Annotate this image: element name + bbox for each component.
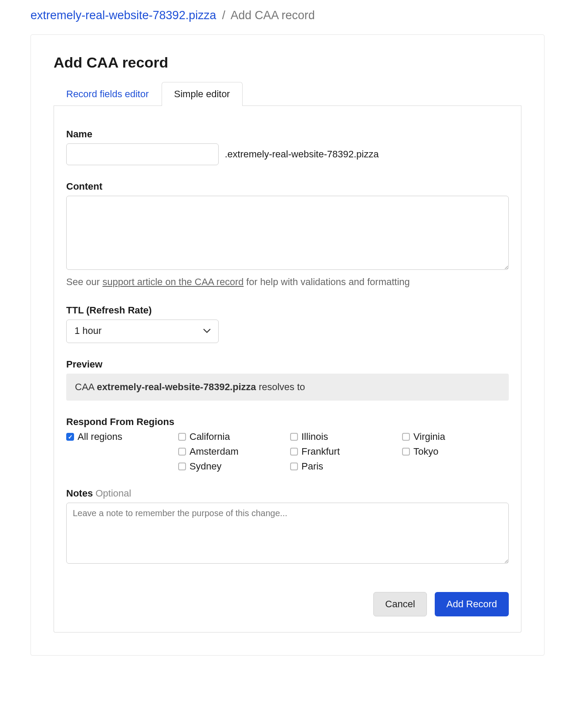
breadcrumb: extremely-real-website-78392.pizza / Add… bbox=[30, 9, 545, 22]
region-item: Tokyo bbox=[402, 446, 509, 457]
editor-tabs: Record fields editor Simple editor bbox=[54, 82, 521, 106]
region-item: All regions bbox=[66, 431, 173, 442]
region-item: California bbox=[178, 431, 285, 442]
region-item: Paris bbox=[290, 461, 397, 472]
form-card: Add CAA record Record fields editor Simp… bbox=[30, 34, 545, 656]
notes-label: Notes Optional bbox=[66, 488, 509, 499]
region-label: Tokyo bbox=[413, 446, 438, 457]
region-item: Illinois bbox=[290, 431, 397, 442]
field-content: Content See our support article on the C… bbox=[66, 181, 509, 289]
field-name: Name .extremely-real-website-78392.pizza bbox=[66, 129, 509, 165]
region-checkbox[interactable] bbox=[178, 433, 186, 441]
tab-record-fields-editor[interactable]: Record fields editor bbox=[54, 82, 162, 106]
region-item: Frankfurt bbox=[290, 446, 397, 457]
content-help-pre: See our bbox=[66, 276, 102, 287]
breadcrumb-current: Add CAA record bbox=[230, 9, 315, 22]
preview-domain: extremely-real-website-78392.pizza bbox=[97, 381, 256, 392]
notes-optional: Optional bbox=[95, 488, 131, 499]
preview-prefix: CAA bbox=[75, 381, 97, 392]
region-checkbox[interactable] bbox=[290, 463, 298, 470]
region-checkbox[interactable] bbox=[290, 433, 298, 441]
name-domain-suffix: .extremely-real-website-78392.pizza bbox=[225, 149, 379, 160]
region-item bbox=[66, 461, 173, 472]
region-checkbox[interactable] bbox=[290, 448, 298, 456]
region-item bbox=[402, 461, 509, 472]
region-checkbox[interactable] bbox=[178, 448, 186, 456]
region-item: Amsterdam bbox=[178, 446, 285, 457]
region-item bbox=[66, 446, 173, 457]
field-notes: Notes Optional bbox=[66, 488, 509, 566]
region-label: Frankfurt bbox=[301, 446, 340, 457]
region-checkbox[interactable] bbox=[402, 433, 410, 441]
preview-suffix: resolves to bbox=[256, 381, 305, 392]
name-input[interactable] bbox=[66, 143, 219, 165]
content-help-text: See our support article on the CAA recor… bbox=[66, 275, 509, 289]
regions-grid: All regionsCaliforniaIllinoisVirginiaAms… bbox=[66, 431, 509, 472]
content-help-post: for help with validations and formatting bbox=[244, 276, 410, 287]
tab-simple-editor[interactable]: Simple editor bbox=[162, 82, 243, 106]
add-record-button[interactable]: Add Record bbox=[435, 592, 509, 616]
cancel-button[interactable]: Cancel bbox=[373, 592, 426, 616]
region-item: Virginia bbox=[402, 431, 509, 442]
region-checkbox[interactable] bbox=[178, 463, 186, 470]
breadcrumb-domain-link[interactable]: extremely-real-website-78392.pizza bbox=[30, 9, 216, 22]
region-checkbox[interactable] bbox=[66, 433, 74, 441]
field-ttl: TTL (Refresh Rate) 1 hour bbox=[66, 305, 509, 343]
region-label: Sydney bbox=[189, 461, 221, 472]
region-label: All regions bbox=[78, 431, 122, 442]
content-label: Content bbox=[66, 181, 509, 192]
regions-label: Respond From Regions bbox=[66, 416, 509, 428]
notes-input[interactable] bbox=[66, 503, 509, 564]
region-checkbox[interactable] bbox=[402, 448, 410, 456]
preview-label: Preview bbox=[66, 359, 509, 370]
preview-box: CAA extremely-real-website-78392.pizza r… bbox=[66, 374, 509, 401]
field-regions: Respond From Regions All regionsCaliforn… bbox=[66, 416, 509, 472]
name-label: Name bbox=[66, 129, 509, 140]
form-actions: Cancel Add Record bbox=[66, 592, 509, 616]
region-item: Sydney bbox=[178, 461, 285, 472]
region-label: Amsterdam bbox=[189, 446, 238, 457]
content-input[interactable] bbox=[66, 196, 509, 270]
ttl-select[interactable]: 1 hour bbox=[66, 320, 219, 343]
region-label: Illinois bbox=[301, 431, 328, 442]
breadcrumb-separator: / bbox=[222, 9, 226, 22]
field-preview: Preview CAA extremely-real-website-78392… bbox=[66, 359, 509, 401]
ttl-label: TTL (Refresh Rate) bbox=[66, 305, 509, 316]
support-article-link[interactable]: support article on the CAA record bbox=[102, 276, 244, 287]
form-panel: Name .extremely-real-website-78392.pizza… bbox=[54, 106, 521, 633]
page-title: Add CAA record bbox=[54, 54, 521, 71]
region-label: Virginia bbox=[413, 431, 445, 442]
region-label: California bbox=[189, 431, 230, 442]
region-label: Paris bbox=[301, 461, 323, 472]
